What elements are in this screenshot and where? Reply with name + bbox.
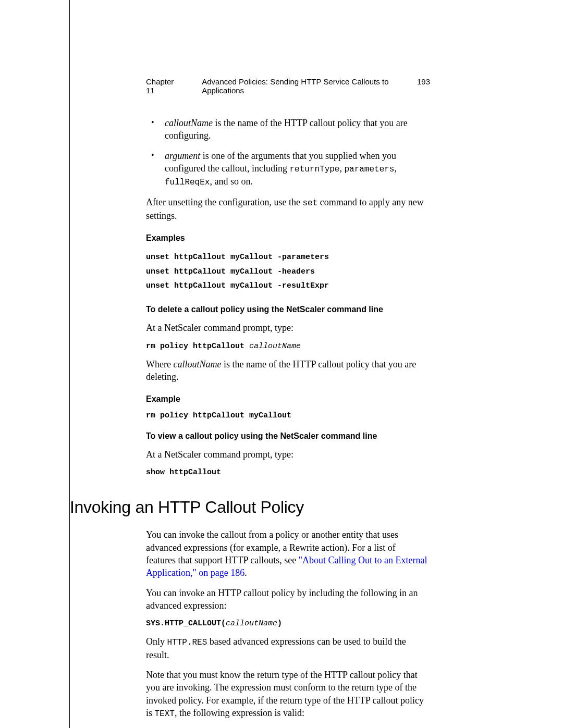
list-item: argument is one of the arguments that yo… <box>146 150 427 189</box>
paragraph: Note that you must know the return type … <box>146 669 427 720</box>
code: parameters <box>344 165 394 174</box>
code-line: rm policy httpCallout calloutName <box>146 342 427 351</box>
code-arg: calloutName <box>249 342 301 351</box>
delete-heading: To delete a callout policy using the Net… <box>146 305 427 314</box>
content-body: calloutName is the name of the HTTP call… <box>146 117 427 477</box>
text: After unsetting the configuration, use t… <box>146 197 302 207</box>
text: , the following expression is valid: <box>175 708 304 718</box>
page-header: Chapter 11 Advanced Policies: Sending HT… <box>146 77 430 95</box>
examples-heading: Examples <box>146 233 427 243</box>
code: returnType <box>289 165 339 174</box>
list-item: calloutName is the name of the HTTP call… <box>146 117 427 142</box>
code-prefix: rm policy httpCallout <box>146 342 249 351</box>
example-heading: Example <box>146 394 427 404</box>
code-line: show httpCallout <box>146 468 427 477</box>
paragraph: Where calloutName is the name of the HTT… <box>146 358 427 384</box>
paragraph: After unsetting the configuration, use t… <box>146 196 427 222</box>
bullet-text: , and so on. <box>210 176 253 187</box>
header-title: Advanced Policies: Sending HTTP Service … <box>202 77 417 95</box>
code: fullReqEx <box>165 178 210 187</box>
paragraph: You can invoke the callout from a policy… <box>146 528 427 579</box>
term: argument <box>165 151 200 161</box>
paragraph: At a NetScaler command prompt, type: <box>146 448 427 461</box>
page-number: 193 <box>417 77 430 95</box>
code-line: unset httpCallout myCallout -resultExpr <box>146 279 427 293</box>
code-line: rm policy httpCallout myCallout <box>146 411 427 420</box>
code: set <box>302 199 317 208</box>
bullet-list: calloutName is the name of the HTTP call… <box>146 117 427 189</box>
view-heading: To view a callout policy using the NetSc… <box>146 431 427 441</box>
vertical-rule <box>69 0 70 728</box>
code-prefix: SYS.HTTP_CALLOUT( <box>146 619 226 628</box>
code-line: unset httpCallout myCallout -parameters <box>146 250 427 265</box>
code-block: unset httpCallout myCallout -parameters … <box>146 250 427 293</box>
text: Where <box>146 359 173 369</box>
term: calloutName <box>173 359 221 369</box>
code-line: unset httpCallout myCallout -headers <box>146 265 427 279</box>
paragraph: Only HTTP.RES based advanced expressions… <box>146 635 427 661</box>
term: calloutName <box>165 118 213 128</box>
paragraph: You can invoke an HTTP callout policy by… <box>146 587 427 612</box>
code-arg: calloutName <box>226 619 277 628</box>
chapter-label: Chapter 11 <box>146 77 182 95</box>
page-container: Chapter 11 Advanced Policies: Sending HT… <box>0 0 563 720</box>
bullet-text: , <box>394 163 397 174</box>
code-suffix: ) <box>277 619 282 628</box>
section-title: Invoking an HTTP Callout Policy <box>70 498 427 517</box>
paragraph: At a NetScaler command prompt, type: <box>146 322 427 334</box>
code: TEXT <box>155 709 175 719</box>
code-line: SYS.HTTP_CALLOUT(calloutName) <box>146 619 427 628</box>
text: Only <box>146 636 167 647</box>
code: HTTP.RES <box>167 638 207 647</box>
text: . <box>244 567 247 578</box>
